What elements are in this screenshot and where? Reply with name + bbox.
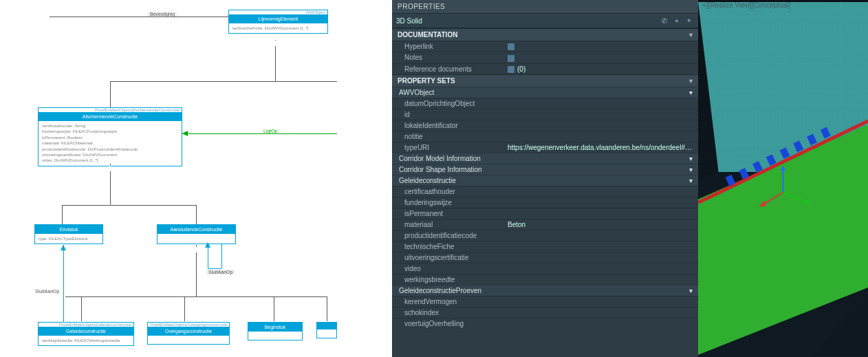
property-group-header[interactable]: Geleideconstructie▾ [392, 175, 698, 186]
property-value [508, 276, 693, 283]
property-key: productidentificatiecode [404, 232, 508, 239]
uml-diagram-panel: Bevestiging AIMObject LijnvormigElement … [0, 0, 337, 357]
uml-class-beginstuk[interactable]: Beginstuk [248, 322, 303, 340]
uml-class-cut[interactable] [316, 322, 337, 338]
property-value [508, 43, 693, 50]
property-value [508, 199, 693, 206]
property-row[interactable]: typeURIhttps://wegenenverkeer.data.vlaan… [392, 142, 698, 153]
section-property-sets[interactable]: PROPERTY SETS ▾ [392, 74, 698, 87]
property-key: certificaathouder [404, 188, 508, 195]
property-row[interactable]: productidentificatiecode [392, 230, 698, 241]
3d-viewport[interactable]: +][Realize View][Conceptual] [698, 0, 868, 357]
relation-label: SluitAanOp [33, 289, 61, 294]
uml-class-lijnvormig[interactable]: AIMObject LijnvormigElement technischeFi… [228, 10, 328, 34]
property-key: uitvoeringscertificatie [404, 254, 508, 261]
property-row[interactable]: materiaalBeton [392, 219, 698, 230]
property-group-header[interactable]: AWVObject▾ [392, 87, 698, 98]
property-value [508, 265, 693, 272]
connector-sluitaanop [221, 244, 222, 268]
property-key: werkingsbreedte [404, 276, 508, 283]
property-value [508, 210, 693, 217]
property-row[interactable]: lokaleIdentificator [392, 120, 698, 131]
property-value [508, 133, 693, 140]
property-key: funderingswijze [404, 199, 508, 206]
uml-class-eindstuk[interactable]: Eindstuk type: KlLEACTypeEindstuk [34, 224, 103, 244]
connector [196, 245, 197, 296]
collapse-icon[interactable]: ▾ [689, 89, 693, 96]
plus-icon[interactable]: + [672, 16, 682, 25]
uml-attrs: certificaathouder: String funderingswijz… [39, 121, 182, 166]
connector [327, 296, 327, 321]
property-row[interactable]: funderingswijze [392, 197, 698, 208]
property-row[interactable]: technischeFiche [392, 241, 698, 252]
arrow-sluitaanop [61, 245, 66, 250]
uml-class-aansluitende[interactable]: AansluitendeConstructie [157, 224, 236, 244]
property-key: schokindex [404, 309, 508, 316]
collapse-icon[interactable]: ▾ [689, 177, 693, 184]
connector [110, 81, 111, 107]
collapse-icon[interactable]: ▾ [689, 166, 693, 173]
property-value [508, 188, 693, 195]
property-row[interactable]: Reference documents(0) [392, 63, 698, 74]
property-value [508, 54, 693, 61]
property-key: lokaleIdentificator [404, 122, 508, 129]
connector [184, 296, 185, 321]
property-row[interactable]: werkingsbreedte [392, 274, 698, 285]
uml-class-geleide[interactable]: ProefEnMeetObject|GeleideConstructie Gel… [38, 322, 134, 346]
generalization-arrow [272, 40, 279, 46]
property-key: video [404, 265, 508, 272]
target-icon[interactable]: ⌖ [684, 16, 694, 25]
property-row[interactable]: uitvoeringscertificatie [392, 252, 698, 263]
property-value [508, 232, 693, 239]
property-row[interactable]: Hyperlink [392, 41, 698, 52]
connector [62, 205, 196, 206]
collapse-icon[interactable]: ▾ [689, 77, 693, 85]
property-value [508, 100, 693, 107]
property-row[interactable]: notitie [392, 131, 698, 142]
viewport-title[interactable]: +][Realize View][Conceptual] [702, 1, 790, 9]
connector-sluitaanop [63, 245, 64, 322]
properties-panel: PROPERTIES 3D Solid ✆ + ⌖ DOCUMENTATION … [392, 0, 698, 357]
relation-label: LigtOp [261, 129, 280, 133]
uml-class-title: Beginstuk [248, 323, 302, 332]
connector [275, 40, 276, 81]
property-group-header[interactable]: Corridor Model Information▾ [392, 153, 698, 164]
collapse-icon[interactable]: ▾ [689, 31, 693, 39]
phone-icon[interactable]: ✆ [660, 16, 669, 25]
property-row[interactable]: Notes [392, 52, 698, 63]
uml-class-afschermende[interactable]: ProefEnMeetObject|AfschermendeConstructi… [38, 107, 182, 166]
property-row[interactable]: certificaathouder [392, 186, 698, 197]
property-value: (0) [508, 65, 693, 73]
uml-class-title: Eindstuk [35, 225, 102, 234]
collapse-icon[interactable]: ▾ [689, 155, 693, 162]
generalization-arrow [193, 246, 199, 252]
property-row[interactable]: schokindex [392, 307, 698, 318]
property-key: id [404, 111, 508, 118]
uml-class-title: LijnvormigElement [229, 14, 327, 23]
property-value [508, 122, 693, 129]
property-key: materiaal [404, 221, 508, 228]
property-row[interactable]: video [392, 263, 698, 274]
property-group-header[interactable]: GeleideconstructieProeven▾ [392, 285, 698, 296]
property-row[interactable]: voertuigOverhelling [392, 318, 698, 329]
property-row[interactable]: kerendVermogen [392, 296, 698, 307]
connector [65, 296, 327, 297]
property-row[interactable]: datumOprichtingObject [392, 98, 698, 109]
uml-class-overgang[interactable]: ProefEnMeetObject|Overgangsconstructie O… [147, 322, 230, 345]
property-key: Notes [404, 54, 508, 61]
selection-row: 3D Solid ✆ + ⌖ [392, 14, 698, 28]
connector [196, 205, 197, 224]
property-value [508, 243, 693, 250]
property-group-header[interactable]: Corridor Shape Information▾ [392, 164, 698, 175]
app-panel: PROPERTIES 3D Solid ✆ + ⌖ DOCUMENTATION … [392, 0, 868, 357]
property-row[interactable]: isPermanent [392, 208, 698, 219]
property-value [508, 111, 693, 118]
property-row[interactable]: id [392, 109, 698, 120]
arrow-sluitaanop [205, 242, 210, 248]
collapse-icon[interactable]: ▾ [689, 287, 693, 294]
section-documentation[interactable]: DOCUMENTATION ▾ [392, 28, 698, 41]
selection-type[interactable]: 3D Solid [396, 17, 657, 25]
uml-class-title: Geleideconstructie [39, 327, 133, 336]
stereotype: ProefEnMeetObject|AfschermendeConstructi… [39, 108, 182, 112]
relation-label: SluitAanOp [206, 270, 235, 274]
